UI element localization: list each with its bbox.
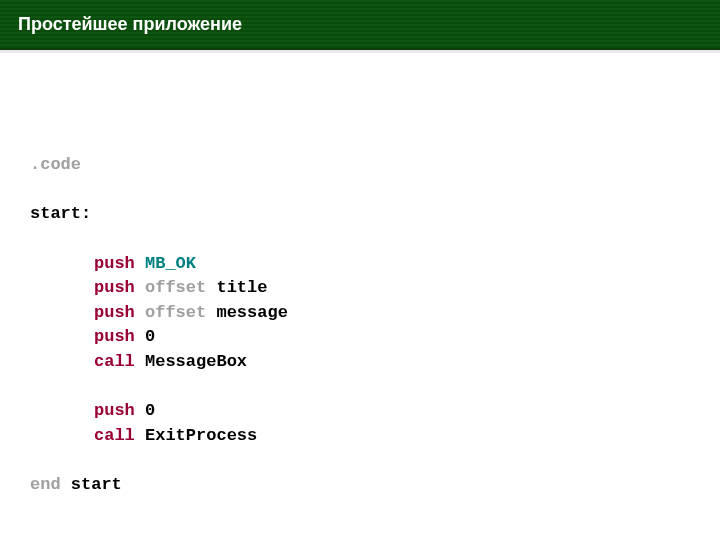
code-line: push MB_OK: [30, 252, 690, 277]
instruction: push: [94, 254, 135, 273]
instruction: push: [94, 401, 135, 420]
symbol: start: [71, 475, 122, 494]
directive: end: [30, 475, 61, 494]
instruction: call: [94, 352, 135, 371]
keyword: offset: [145, 278, 206, 297]
operand: MB_OK: [145, 254, 196, 273]
code-line: call ExitProcess: [30, 424, 690, 449]
code-line: end start: [30, 473, 690, 498]
symbol: MessageBox: [145, 352, 247, 371]
label: start:: [30, 204, 91, 223]
blank-line: [30, 449, 690, 474]
code-line: push offset title: [30, 276, 690, 301]
instruction: push: [94, 327, 135, 346]
directive: .code: [30, 155, 81, 174]
code-line: call MessageBox: [30, 350, 690, 375]
literal: 0: [145, 327, 155, 346]
code-block: .code start: push MB_OK push offset titl…: [0, 53, 720, 528]
code-line: start:: [30, 202, 690, 227]
blank-line: [30, 227, 690, 252]
blank-line: [30, 178, 690, 203]
instruction: push: [94, 303, 135, 322]
keyword: offset: [145, 303, 206, 322]
instruction: push: [94, 278, 135, 297]
header: Простейшее приложение: [0, 0, 720, 50]
page-title: Простейшее приложение: [18, 14, 242, 35]
symbol: title: [216, 278, 267, 297]
instruction: call: [94, 426, 135, 445]
code-line: .code: [30, 153, 690, 178]
code-line: push 0: [30, 399, 690, 424]
symbol: ExitProcess: [145, 426, 257, 445]
literal: 0: [145, 401, 155, 420]
code-line: push offset message: [30, 301, 690, 326]
blank-line: [30, 375, 690, 400]
code-line: push 0: [30, 325, 690, 350]
symbol: message: [216, 303, 287, 322]
